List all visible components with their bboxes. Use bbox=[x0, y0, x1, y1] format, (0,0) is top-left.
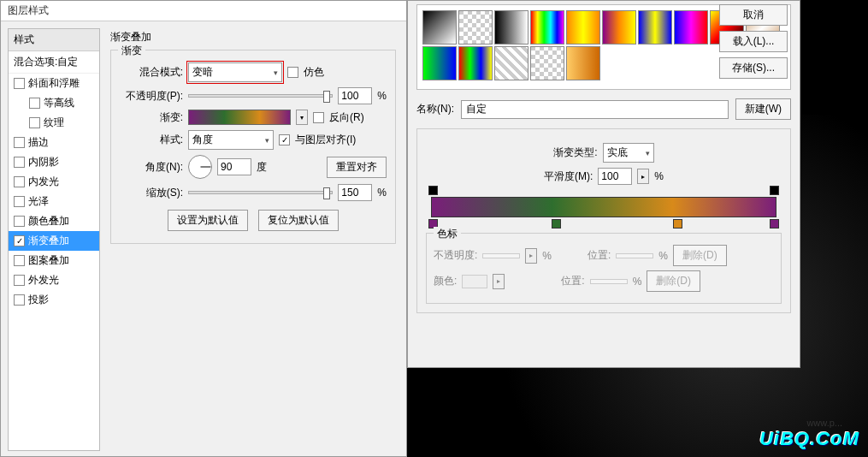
name-label: 名称(N): bbox=[416, 102, 454, 116]
new-button[interactable]: 新建(W) bbox=[735, 98, 791, 120]
scale-slider[interactable] bbox=[188, 191, 333, 194]
style-checkbox[interactable] bbox=[14, 157, 25, 168]
style-checkbox[interactable] bbox=[14, 196, 25, 207]
style-item[interactable]: 颜色叠加 bbox=[9, 211, 99, 231]
style-checkbox[interactable] bbox=[29, 98, 40, 109]
opacity-label: 不透明度(P): bbox=[120, 89, 183, 104]
blend-options-item[interactable]: 混合选项:自定 bbox=[9, 51, 99, 74]
watermark: UiBQ.CoM bbox=[759, 428, 859, 450]
style-item[interactable]: 渐变叠加 bbox=[9, 231, 99, 251]
style-checkbox[interactable] bbox=[14, 294, 25, 306]
dialog-title: 图层样式 bbox=[1, 1, 406, 21]
cancel-button[interactable]: 取消 bbox=[719, 4, 788, 26]
style-item[interactable]: 纹理 bbox=[9, 113, 99, 133]
layer-style-dialog: 图层样式 样式 混合选项:自定 斜面和浮雕等高线纹理描边内阴影内发光光泽颜色叠加… bbox=[0, 0, 407, 457]
reset-align-button[interactable]: 重置对齐 bbox=[327, 157, 387, 178]
stop-opacity-input bbox=[482, 253, 520, 258]
opacity-input[interactable]: 100 bbox=[338, 87, 372, 104]
opacity-stop[interactable] bbox=[428, 186, 438, 195]
stop-position-label: 位置: bbox=[588, 248, 611, 263]
watermark-small: www.p... bbox=[806, 418, 842, 428]
style-label: 外发光 bbox=[28, 273, 59, 288]
preset-swatch[interactable] bbox=[530, 10, 564, 45]
stop-position-label: 位置: bbox=[561, 274, 584, 288]
style-checkbox[interactable] bbox=[14, 216, 25, 227]
style-item[interactable]: 图案叠加 bbox=[9, 251, 99, 270]
dither-checkbox[interactable] bbox=[287, 67, 298, 78]
angle-dial[interactable] bbox=[188, 155, 212, 179]
preset-swatch[interactable] bbox=[458, 10, 493, 45]
scale-input[interactable]: 150 bbox=[338, 184, 372, 201]
delete-opacity-stop-button: 删除(D) bbox=[673, 245, 727, 266]
save-button[interactable]: 存储(S)... bbox=[719, 57, 788, 79]
reverse-checkbox[interactable] bbox=[313, 112, 324, 123]
stop-position-input bbox=[616, 253, 653, 258]
gradient-bar[interactable] bbox=[431, 197, 776, 217]
smoothness-label: 平滑度(M): bbox=[544, 169, 593, 184]
style-label: 渐变叠加 bbox=[28, 234, 69, 248]
style-item[interactable]: 斜面和浮雕 bbox=[9, 74, 99, 93]
smoothness-dropdown[interactable]: ▸ bbox=[637, 169, 649, 184]
preset-swatch[interactable] bbox=[494, 46, 528, 80]
preset-swatch[interactable] bbox=[566, 46, 600, 80]
style-label: 等高线 bbox=[44, 96, 74, 110]
color-stop[interactable] bbox=[552, 219, 561, 228]
reset-default-button[interactable]: 复位为默认值 bbox=[258, 210, 339, 231]
style-label: 纹理 bbox=[44, 116, 64, 130]
preset-swatch[interactable] bbox=[530, 46, 564, 80]
preset-swatch[interactable] bbox=[494, 10, 528, 45]
opacity-stop[interactable] bbox=[770, 186, 779, 195]
style-item[interactable]: 内发光 bbox=[9, 172, 99, 192]
style-item[interactable]: 内阴影 bbox=[9, 152, 99, 172]
preset-swatch[interactable] bbox=[422, 46, 457, 80]
style-checkbox[interactable] bbox=[14, 137, 25, 148]
style-label: 投影 bbox=[28, 293, 49, 307]
style-checkbox[interactable] bbox=[14, 235, 25, 246]
blend-mode-label: 混合模式: bbox=[120, 65, 183, 80]
style-item[interactable]: 描边 bbox=[9, 133, 99, 152]
color-stop[interactable] bbox=[770, 219, 779, 228]
group-title: 渐变 bbox=[118, 44, 145, 58]
stop-opacity-dropdown: ▸ bbox=[525, 248, 537, 264]
gradient-dropdown[interactable]: ▾ bbox=[296, 110, 308, 125]
gradient-type-select[interactable]: 实底▾ bbox=[603, 143, 654, 163]
preset-swatch[interactable] bbox=[602, 10, 636, 45]
style-checkbox[interactable] bbox=[14, 255, 25, 266]
stop-color-dropdown: ▸ bbox=[493, 274, 505, 289]
style-item[interactable]: 光泽 bbox=[9, 192, 99, 211]
style-label: 光泽 bbox=[28, 194, 49, 209]
style-item[interactable]: 投影 bbox=[9, 290, 99, 310]
stop-position-input bbox=[590, 279, 628, 284]
preset-swatch[interactable] bbox=[458, 46, 493, 80]
preset-swatch[interactable] bbox=[638, 10, 672, 45]
align-checkbox[interactable] bbox=[279, 134, 290, 145]
style-label: 内阴影 bbox=[28, 155, 59, 169]
blend-mode-select[interactable]: 变暗▾ bbox=[188, 62, 282, 82]
style-label: 斜面和浮雕 bbox=[28, 76, 80, 91]
gradient-label: 渐变: bbox=[120, 110, 183, 125]
scale-label: 缩放(S): bbox=[120, 186, 183, 200]
set-default-button[interactable]: 设置为默认值 bbox=[168, 210, 248, 231]
style-checkbox[interactable] bbox=[14, 78, 25, 89]
reverse-label: 反向(R) bbox=[329, 110, 364, 125]
styles-header[interactable]: 样式 bbox=[9, 29, 99, 51]
align-label: 与图层对齐(I) bbox=[295, 133, 356, 147]
opacity-slider[interactable] bbox=[188, 94, 333, 98]
style-item[interactable]: 等高线 bbox=[9, 93, 99, 113]
style-item[interactable]: 外发光 bbox=[9, 270, 99, 290]
style-checkbox[interactable] bbox=[14, 176, 25, 187]
style-checkbox[interactable] bbox=[29, 117, 40, 128]
name-input[interactable] bbox=[461, 100, 729, 119]
gradient-preview[interactable] bbox=[188, 110, 291, 125]
style-list: 样式 混合选项:自定 斜面和浮雕等高线纹理描边内阴影内发光光泽颜色叠加渐变叠加图… bbox=[8, 28, 100, 451]
angle-label: 角度(N): bbox=[120, 160, 183, 175]
style-checkbox[interactable] bbox=[14, 275, 25, 286]
preset-swatch[interactable] bbox=[674, 10, 708, 45]
angle-input[interactable]: 90 bbox=[217, 158, 251, 175]
style-select[interactable]: 角度▾ bbox=[188, 130, 274, 150]
smoothness-input[interactable]: 100 bbox=[598, 168, 632, 185]
load-button[interactable]: 载入(L)... bbox=[719, 31, 788, 52]
preset-swatch[interactable] bbox=[422, 10, 457, 45]
color-stop[interactable] bbox=[673, 219, 682, 228]
preset-swatch[interactable] bbox=[566, 10, 600, 45]
